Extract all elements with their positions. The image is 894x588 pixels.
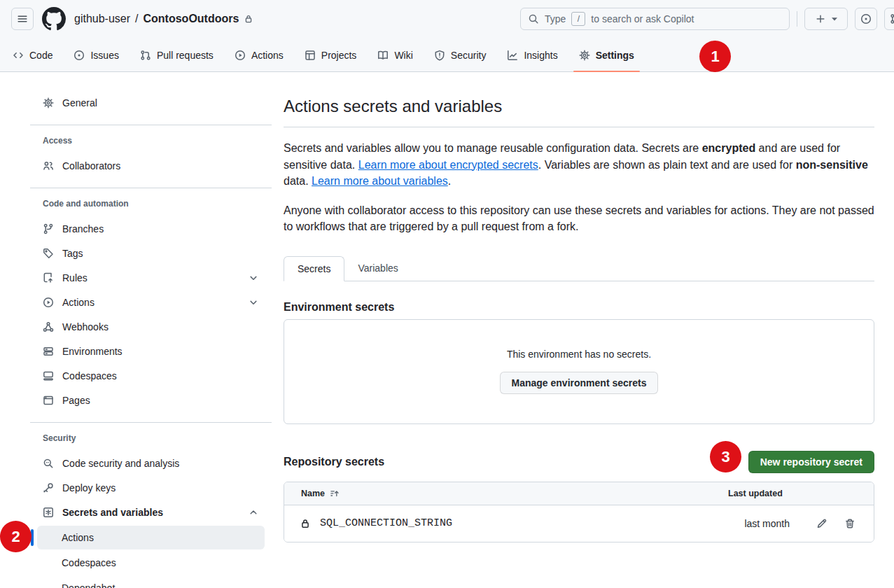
sidebar-item-label: Webhooks (62, 321, 109, 332)
tab-label: Insights (524, 50, 557, 61)
issues-dashboard-button[interactable] (855, 8, 877, 30)
tab-label: Pull requests (157, 50, 214, 61)
name-header-label: Name (301, 489, 325, 498)
sidebar-divider (30, 422, 272, 423)
secret-name: SQL_CONNECTION_STRING (320, 517, 452, 529)
tab-projects[interactable]: Projects (299, 38, 363, 72)
tab-actions[interactable]: Actions (229, 38, 289, 72)
secret-actions-cell: last month (728, 518, 855, 529)
breadcrumb-repo[interactable]: ContosoOutdoors (144, 13, 239, 25)
code-scan-icon (43, 458, 54, 469)
sidebar-section-code-automation: Code and automation (37, 198, 265, 209)
hamburger-icon (17, 13, 28, 24)
sidebar-subitem-actions[interactable]: Actions (37, 526, 265, 550)
sidebar-subitem-dependabot[interactable]: Dependabot (37, 576, 265, 588)
edit-secret-button[interactable] (816, 518, 827, 529)
sidebar-item-general[interactable]: General (37, 90, 265, 115)
sidebar-item-collaborators[interactable]: Collaborators (37, 153, 265, 178)
sidebar-section-access: Access (37, 135, 265, 146)
global-search-input[interactable]: Type / to search or ask Copilot (520, 8, 790, 30)
last-updated-header: Last updated (728, 489, 855, 498)
search-placeholder-before: Type (545, 13, 566, 24)
annotation-step-1: 1 (699, 41, 731, 72)
sidebar-subitem-codespaces[interactable]: Codespaces (37, 551, 265, 575)
new-repository-secret-button[interactable]: New repository secret (748, 451, 874, 473)
tab-security[interactable]: Security (428, 38, 492, 72)
sidebar-divider (30, 188, 272, 188)
code-icon (13, 50, 24, 61)
manage-environment-secrets-button[interactable]: Manage environment secrets (500, 372, 659, 394)
intro-bold-non-sensitive: non-sensitive (796, 159, 868, 171)
delete-secret-button[interactable] (844, 518, 855, 529)
sidebar-item-branches[interactable]: Branches (37, 216, 265, 241)
intro-text: Secrets and variables allow you to manag… (284, 142, 702, 154)
sidebar-item-label: Collaborators (62, 160, 120, 172)
header-right-cluster: Type / to search or ask Copilot (520, 8, 894, 30)
tab-variables[interactable]: Variables (344, 256, 411, 281)
page-content: General Access Collaborators Code and au… (0, 72, 894, 588)
name-sort-header[interactable]: Name (301, 489, 728, 498)
sidebar-item-label: General (62, 97, 97, 108)
hamburger-menu-button[interactable] (11, 8, 34, 30)
breadcrumb: github-user / ContosoOutdoors (74, 13, 253, 25)
key-icon (43, 482, 54, 493)
intro-text: data. (284, 175, 312, 187)
secret-updated: last month (744, 518, 790, 529)
sidebar-section-code-automation-items: Branches Tags Rules (37, 216, 265, 412)
intro-bold-encrypted: encrypted (702, 142, 755, 154)
git-pull-request-icon (890, 13, 894, 24)
chevron-down-icon (248, 272, 259, 284)
sidebar-item-secrets-and-variables[interactable]: Secrets and variables (37, 500, 265, 524)
sidebar-item-pages[interactable]: Pages (37, 388, 265, 412)
table-header-name-cell: Name (301, 489, 728, 498)
issue-opened-icon (74, 50, 85, 61)
sidebar-item-code-security[interactable]: Code security and analysis (37, 451, 265, 475)
title-divider (284, 127, 874, 127)
pencil-icon (816, 518, 827, 529)
sidebar-item-codespaces[interactable]: Codespaces (37, 363, 265, 388)
sidebar-item-label: Environments (62, 346, 123, 357)
graph-icon (507, 50, 518, 61)
link-variables[interactable]: Learn more about variables (312, 175, 448, 187)
sidebar-item-actions[interactable]: Actions (37, 290, 265, 314)
caret-down-icon (831, 15, 838, 22)
sidebar-item-label: Deploy keys (62, 482, 116, 493)
sidebar-item-label: Branches (62, 223, 104, 234)
link-encrypted-secrets[interactable]: Learn more about encrypted secrets (358, 159, 538, 171)
sidebar-section-security: Security (37, 433, 265, 444)
sidebar-subitem-label: Codespaces (62, 557, 116, 568)
tab-secrets[interactable]: Secrets (284, 256, 344, 281)
pull-requests-dashboard-button[interactable] (884, 8, 894, 30)
tab-insights[interactable]: Insights (501, 38, 563, 72)
tab-label: Issues (90, 50, 118, 61)
breadcrumb-owner[interactable]: github-user (74, 13, 130, 25)
intro-paragraph: Secrets and variables allow you to manag… (284, 140, 874, 190)
tab-label: Settings (596, 50, 634, 61)
create-new-button[interactable] (804, 8, 848, 30)
intro-text: . Variables are shown as plain text and … (538, 159, 796, 171)
issue-opened-icon (860, 13, 872, 24)
sidebar-item-environments[interactable]: Environments (37, 339, 265, 363)
tab-code[interactable]: Code (7, 38, 58, 72)
sidebar-item-tags[interactable]: Tags (37, 241, 265, 265)
tab-wiki[interactable]: Wiki (372, 38, 418, 72)
tab-settings[interactable]: Settings (573, 38, 640, 72)
sidebar-item-label: Secrets and variables (62, 507, 163, 518)
sidebar-item-label: Pages (62, 395, 90, 406)
sidebar-item-deploy-keys[interactable]: Deploy keys (37, 475, 265, 500)
tab-pull-requests[interactable]: Pull requests (134, 38, 219, 72)
search-icon (528, 13, 539, 24)
secrets-variables-tabs: Secrets Variables (284, 256, 874, 281)
asterisk-box-icon (43, 507, 54, 518)
shield-icon (434, 50, 445, 61)
trash-icon (844, 518, 855, 529)
sidebar-item-rules[interactable]: Rules (37, 265, 265, 290)
sidebar-item-label: Rules (62, 272, 88, 284)
tab-issues[interactable]: Issues (68, 38, 124, 72)
search-placeholder-after: to search or ask Copilot (591, 13, 694, 24)
sidebar-item-webhooks[interactable]: Webhooks (37, 314, 265, 339)
sidebar-subitem-label: Actions (62, 532, 94, 543)
top-header: github-user / ContosoOutdoors Type / to … (0, 0, 894, 72)
github-logo-icon[interactable] (42, 7, 66, 31)
chevron-up-icon (248, 507, 259, 518)
